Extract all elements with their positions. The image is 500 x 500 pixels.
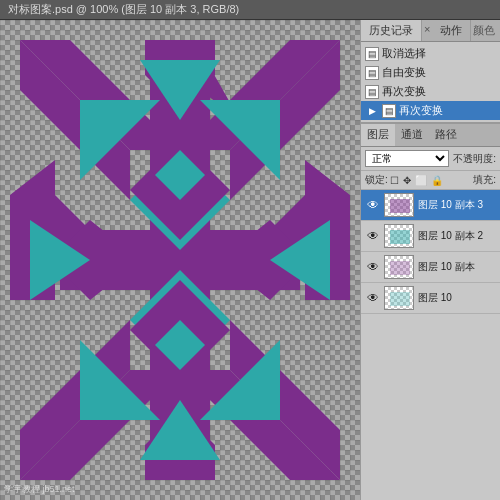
lock-label: 锁定:: [365, 173, 388, 187]
layer-item-1[interactable]: 👁 图层 10 副本 3: [361, 190, 500, 221]
title-text: 对标图案.psd @ 100% (图层 10 副本 3, RGB/8): [8, 2, 239, 17]
tab-separator-2: 颜色: [471, 20, 497, 41]
layer-thumb-1: [384, 193, 414, 217]
history-item-3[interactable]: ▤ 再次变换: [361, 82, 500, 101]
watermark: 学宇教程 jb51.net: [4, 483, 75, 496]
svg-marker-36: [390, 261, 410, 275]
canvas-content: [0, 20, 360, 500]
tab-history[interactable]: 历史记录: [361, 20, 422, 41]
layer-thumb-4: [384, 286, 414, 310]
history-label-2: 自由变换: [382, 65, 426, 80]
eye-icon-1[interactable]: 👁: [365, 198, 381, 212]
lock-move-icon[interactable]: ✥: [403, 175, 411, 186]
history-item-4[interactable]: ▶ ▤ 再次变换: [361, 101, 500, 120]
star-pattern: [0, 20, 360, 500]
tab-layers[interactable]: 图层: [361, 124, 395, 146]
fill-label: 填充:: [473, 173, 496, 187]
layer-thumb-inner-1: [385, 194, 413, 216]
svg-marker-34: [390, 199, 410, 213]
svg-marker-35: [390, 230, 410, 244]
layers-tabs: 图层 通道 路径: [361, 123, 500, 147]
lock-row: 锁定: ☐ ✥ ⬜ 🔒 填充:: [361, 171, 500, 190]
layers-controls: 正常 不透明度:: [361, 147, 500, 171]
layer-thumb-3: [384, 255, 414, 279]
tab-paths[interactable]: 路径: [429, 124, 463, 146]
history-icon-1: ▤: [365, 47, 379, 61]
history-item-1[interactable]: ▤ 取消选择: [361, 44, 500, 63]
layer-name-2: 图层 10 副本 2: [418, 229, 483, 243]
layer-name-3: 图层 10 副本: [418, 260, 475, 274]
layer-name-1: 图层 10 副本 3: [418, 198, 483, 212]
history-item-2[interactable]: ▤ 自由变换: [361, 63, 500, 82]
canvas-area[interactable]: 学宇教程 jb51.net: [0, 20, 360, 500]
lock-check-icon[interactable]: ☐: [390, 175, 399, 186]
history-label-3: 再次变换: [382, 84, 426, 99]
layer-thumb-inner-2: [385, 225, 413, 247]
history-panel: 历史记录 × 动作 颜色 ▤ 取消选择 ▤ 自由变换 ▤ 再次变换: [361, 20, 500, 123]
tab-separator-1: ×: [422, 20, 432, 41]
title-bar: 对标图案.psd @ 100% (图层 10 副本 3, RGB/8): [0, 0, 500, 20]
layer-item-3[interactable]: 👁 图层 10 副本: [361, 252, 500, 283]
tab-actions[interactable]: 动作: [432, 20, 471, 41]
history-items: ▤ 取消选择 ▤ 自由变换 ▤ 再次变换 ▶ ▤ 再次变换: [361, 42, 500, 122]
lock-all-icon[interactable]: 🔒: [431, 175, 443, 186]
layer-thumb-inner-3: [385, 256, 413, 278]
history-label-1: 取消选择: [382, 46, 426, 61]
history-icon-4: ▶: [365, 104, 379, 118]
main-layout: 学宇教程 jb51.net 历史记录 × 动作 颜色 ▤ 取消选择 ▤ 自由变换: [0, 20, 500, 500]
layers-list: 👁 图层 10 副本 3 👁: [361, 190, 500, 500]
tab-channels[interactable]: 通道: [395, 124, 429, 146]
lock-paint-icon[interactable]: ⬜: [415, 175, 427, 186]
history-tabs: 历史记录 × 动作 颜色: [361, 20, 500, 42]
svg-marker-37: [390, 292, 410, 306]
layer-name-4: 图层 10: [418, 291, 452, 305]
blend-mode-select[interactable]: 正常: [365, 150, 449, 167]
eye-icon-3[interactable]: 👁: [365, 260, 381, 274]
layer-item-2[interactable]: 👁 图层 10 副本 2: [361, 221, 500, 252]
opacity-label: 不透明度:: [453, 152, 496, 166]
history-icon-4b: ▤: [382, 104, 396, 118]
history-icon-2: ▤: [365, 66, 379, 80]
eye-icon-4[interactable]: 👁: [365, 291, 381, 305]
eye-icon-2[interactable]: 👁: [365, 229, 381, 243]
layer-item-4[interactable]: 👁 图层 10: [361, 283, 500, 314]
layer-thumb-inner-4: [385, 287, 413, 309]
history-icon-3: ▤: [365, 85, 379, 99]
right-panel: 历史记录 × 动作 颜色 ▤ 取消选择 ▤ 自由变换 ▤ 再次变换: [360, 20, 500, 500]
history-label-4: 再次变换: [399, 103, 443, 118]
layer-thumb-2: [384, 224, 414, 248]
layers-panel: 图层 通道 路径 正常 不透明度: 锁定: ☐ ✥ ⬜ 🔒 填充:: [361, 123, 500, 500]
